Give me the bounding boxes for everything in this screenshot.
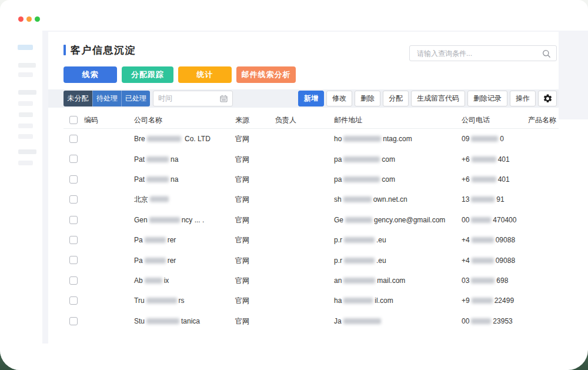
cell-email: hail.com xyxy=(334,296,393,305)
action-button-2[interactable]: 删除 xyxy=(355,91,380,106)
cell-source: 官网 xyxy=(235,195,249,205)
search-box xyxy=(409,45,557,61)
cell-company: Genncy ... . xyxy=(134,216,204,224)
column-header-email: 邮件地址 xyxy=(334,115,362,125)
redacted-text xyxy=(343,136,381,142)
redacted-text xyxy=(472,298,493,304)
cell-source: 官网 xyxy=(235,275,249,285)
redacted-text xyxy=(471,136,498,142)
cell-company: Stutanica xyxy=(134,317,200,325)
filter-toolbar: 未分配待处理已处理 时间 新增 修改删除分配生成留言代码删除记录操作 xyxy=(48,89,559,108)
select-all-checkbox[interactable] xyxy=(69,116,78,124)
table-row[interactable]: 北京官网shown.net.cn1391 xyxy=(64,189,559,209)
redacted-text xyxy=(343,196,372,202)
row-checkbox[interactable] xyxy=(69,135,78,143)
nav-buttons: 线索分配跟踪统计邮件线索分析 xyxy=(64,66,296,83)
nav-button-2[interactable]: 分配跟踪 xyxy=(122,66,173,83)
action-button-1[interactable]: 修改 xyxy=(326,91,352,106)
row-checkbox[interactable] xyxy=(69,296,78,305)
cell-email: hontag.com xyxy=(334,135,412,143)
row-checkbox[interactable] xyxy=(69,155,78,163)
redacted-text xyxy=(145,258,166,264)
cell-phone: 03698 xyxy=(462,276,508,285)
redacted-text xyxy=(343,278,375,284)
table-row[interactable]: Parer官网p.r.eu+409088 xyxy=(64,250,559,270)
nav-button-4[interactable]: 邮件线索分析 xyxy=(236,66,296,83)
redacted-text xyxy=(344,258,375,264)
table-row[interactable]: Patna官网pacom+6401 xyxy=(64,169,559,189)
redacted-text xyxy=(472,176,496,182)
redacted-text xyxy=(471,318,491,324)
row-checkbox[interactable] xyxy=(69,317,78,325)
sidebar-skeleton-bar xyxy=(18,45,33,50)
cell-company: Trurs xyxy=(134,296,185,305)
close-button[interactable] xyxy=(18,16,24,22)
segment-2[interactable]: 待处理 xyxy=(92,91,121,106)
zoom-button[interactable] xyxy=(35,16,40,22)
redacted-text xyxy=(343,298,373,304)
column-header-code: 编码 xyxy=(84,115,98,125)
table-row[interactable]: Patna官网pacom+6401 xyxy=(64,149,559,169)
sidebar-skeleton-bar xyxy=(18,149,36,154)
nav-button-1[interactable]: 线索 xyxy=(64,66,117,83)
gear-icon xyxy=(543,94,553,104)
action-button-4[interactable]: 生成留言代码 xyxy=(411,91,465,106)
segment-1[interactable]: 未分配 xyxy=(64,91,92,106)
nav-button-3[interactable]: 统计 xyxy=(178,66,232,83)
cell-phone: +6401 xyxy=(462,175,510,184)
page-background: 客户信息沉淀 线索分配跟踪统计邮件线索分析 未分配待处理已处理 时间 xyxy=(0,0,588,370)
search-input[interactable] xyxy=(410,46,536,61)
cell-company: 北京 xyxy=(134,195,171,205)
cell-source: 官网 xyxy=(235,134,249,144)
redacted-text xyxy=(343,156,380,162)
sidebar-skeleton-bar xyxy=(18,161,33,165)
add-button[interactable]: 新增 xyxy=(298,91,324,106)
sidebar-skeleton-bar xyxy=(18,101,33,106)
cell-company: Patna xyxy=(134,155,178,164)
segment-3[interactable]: 已处理 xyxy=(121,91,150,106)
row-checkbox[interactable] xyxy=(69,175,78,184)
row-checkbox[interactable] xyxy=(69,195,78,204)
action-button-5[interactable]: 删除记录 xyxy=(467,91,507,106)
column-header-source: 来源 xyxy=(235,115,249,125)
sidebar-skeleton-bar xyxy=(19,112,33,117)
cell-company: Abix xyxy=(134,276,169,285)
action-button-6[interactable]: 操作 xyxy=(510,91,536,106)
minimize-button[interactable] xyxy=(26,16,32,22)
page-title: 客户信息沉淀 xyxy=(71,44,136,57)
sidebar-skeleton-bar xyxy=(18,63,36,68)
redacted-text xyxy=(145,237,166,243)
date-filter[interactable]: 时间 xyxy=(153,91,233,106)
column-header-phone: 公司电话 xyxy=(462,115,490,125)
cell-source: 官网 xyxy=(235,154,249,164)
row-checkbox[interactable] xyxy=(69,216,78,224)
row-checkbox[interactable] xyxy=(69,276,78,285)
cell-source: 官网 xyxy=(235,235,249,245)
cell-company: Bre Co. LTD xyxy=(134,135,211,143)
action-button-3[interactable]: 分配 xyxy=(383,91,409,106)
data-table: 编码公司名称来源负责人邮件地址公司电话产品名称 Bre Co. LTD官网hon… xyxy=(64,112,559,331)
table-row[interactable]: Stutanica官网Ja0023953 xyxy=(64,311,559,331)
table-row[interactable]: Abix官网anmail.com03698 xyxy=(64,271,559,291)
redacted-text xyxy=(472,258,494,264)
table-row[interactable]: Bre Co. LTD官网hontag.com090 xyxy=(64,129,559,149)
redacted-text xyxy=(146,318,179,324)
redacted-text xyxy=(345,217,372,223)
column-header-product: 产品名称 xyxy=(528,115,556,125)
cell-phone: 090 xyxy=(462,135,504,143)
row-checkbox[interactable] xyxy=(69,256,78,264)
cell-source: 官网 xyxy=(235,174,249,184)
redacted-text xyxy=(472,156,496,162)
table-row[interactable]: Parer官网p.r.eu+409088 xyxy=(64,230,559,250)
sidebar-skeleton-bar xyxy=(18,124,33,128)
calendar-icon xyxy=(220,95,228,102)
sidebar-skeleton-bar xyxy=(18,72,33,77)
table-row[interactable]: Trurs官网hail.com+922499 xyxy=(64,291,559,311)
redacted-text xyxy=(471,196,495,202)
search-icon[interactable] xyxy=(542,49,551,58)
settings-gear-button[interactable] xyxy=(538,91,557,106)
table-row[interactable]: Genncy ... .官网Gegency.one@gmail.com00470… xyxy=(64,210,559,230)
row-checkbox[interactable] xyxy=(69,236,78,244)
cell-phone: +6401 xyxy=(462,155,510,164)
redacted-text xyxy=(145,278,162,284)
